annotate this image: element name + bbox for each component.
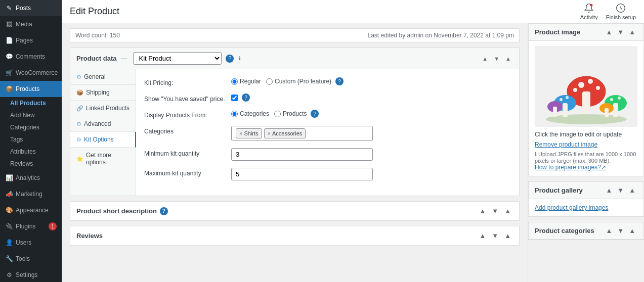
sidebar-item-settings[interactable]: ⚙ Settings xyxy=(0,267,62,282)
sidebar-label-media: Media xyxy=(16,21,32,28)
tag-accessories-remove[interactable]: × xyxy=(268,130,271,136)
sidebar-item-woocommerce[interactable]: 🛒 WooCommerce xyxy=(0,65,62,81)
collapse-toggle-btn[interactable]: ▲ xyxy=(503,55,513,63)
product-type-select[interactable]: Kit Product Simple product Variable prod… xyxy=(133,52,222,65)
tab-get-more[interactable]: ⭐ Get more options xyxy=(70,148,136,170)
tab-general[interactable]: ⚙ General xyxy=(70,69,136,85)
sidebar-sub-all-products[interactable]: All Products xyxy=(0,97,62,109)
categories-row: Categories × Shirts × Accessori xyxy=(144,126,511,141)
how-to-prepare-link[interactable]: How to prepare images?↗ xyxy=(535,164,606,171)
reviews-title: Reviews xyxy=(76,232,103,240)
short-desc-help-icon[interactable]: ? xyxy=(160,207,168,215)
sidebar-item-tools[interactable]: 🔧 Tools xyxy=(0,251,62,267)
products-radio-option[interactable]: Products xyxy=(274,110,307,117)
product-data-help-icon[interactable]: ? xyxy=(226,55,234,63)
tab-kit-options[interactable]: ⚙ Kit Options xyxy=(70,132,136,148)
img-panel-toggle[interactable]: ▲ xyxy=(627,28,637,36)
img-panel-down[interactable]: ▼ xyxy=(615,28,626,36)
short-desc-down[interactable]: ▼ xyxy=(490,207,500,215)
kit-pricing-label: Kit Pricing: xyxy=(144,77,225,86)
sidebar-item-posts[interactable]: ✎ Posts xyxy=(0,0,62,16)
activity-button[interactable]: Activity xyxy=(580,3,598,20)
regular-radio[interactable] xyxy=(231,78,238,85)
short-description-title: Product short description xyxy=(76,207,157,215)
sidebar-label-comments: Comments xyxy=(16,53,45,60)
expand-icon-pd: ℹ xyxy=(239,56,241,61)
product-image-controls: ▲ ▼ ▲ xyxy=(604,28,637,36)
categories-radio[interactable] xyxy=(231,111,238,117)
tab-shipping[interactable]: 📦 Shipping xyxy=(70,85,136,101)
sidebar-item-products[interactable]: 📦 Products xyxy=(0,81,62,97)
categories-up[interactable]: ▲ xyxy=(604,226,614,235)
reviews-up[interactable]: ▲ xyxy=(477,231,488,240)
sidebar-item-media[interactable]: 🖼 Media xyxy=(0,16,62,32)
custom-radio-option[interactable]: Custom (Pro feature) xyxy=(266,78,331,85)
kit-pricing-help-icon[interactable]: ? xyxy=(335,77,344,85)
kit-options-content: Kit Pricing: Regular Custom ( xyxy=(136,69,519,196)
img-panel-up[interactable]: ▲ xyxy=(604,28,614,36)
max-qty-input[interactable] xyxy=(231,168,373,180)
sidebar-sub-categories[interactable]: Categories xyxy=(0,121,62,133)
collapse-down-btn[interactable]: ▼ xyxy=(492,55,501,63)
linked-tab-icon: 🔗 xyxy=(76,105,83,112)
tag-shirts-remove[interactable]: × xyxy=(239,130,242,136)
tab-linked-products[interactable]: 🔗 Linked Products xyxy=(70,101,136,116)
min-qty-input[interactable] xyxy=(231,148,373,161)
short-description-section: Product short description ? ▲ ▼ ▲ xyxy=(70,201,520,221)
product-categories-header: Product categories ▲ ▼ ▲ xyxy=(529,222,643,240)
product-gallery-body: Add product gallery images xyxy=(529,199,643,216)
sidebar-item-marketing[interactable]: 📣 Marketing xyxy=(0,186,62,202)
categories-toggle[interactable]: ▲ xyxy=(627,226,637,235)
display-from-help-icon[interactable]: ? xyxy=(311,110,319,118)
topbar: Edit Product Activity Finish setup xyxy=(62,0,644,23)
svg-rect-25 xyxy=(605,108,609,117)
sidebar-label-tools: Tools xyxy=(16,255,30,262)
product-data-header: Product data — Kit Product Simple produc… xyxy=(70,48,519,69)
gallery-up[interactable]: ▲ xyxy=(604,186,614,195)
product-data-tabs: ⚙ General 📦 Shipping 🔗 Linked Products xyxy=(70,69,136,196)
sidebar-item-comments[interactable]: 💬 Comments xyxy=(0,49,62,65)
gallery-down[interactable]: ▼ xyxy=(615,186,626,195)
short-desc-title-area: Product short description ? xyxy=(76,207,168,215)
kit-pricing-row: Kit Pricing: Regular Custom ( xyxy=(144,77,511,86)
short-desc-up[interactable]: ▲ xyxy=(477,207,488,215)
tab-advanced[interactable]: ⚙ Advanced xyxy=(70,116,136,132)
categories-tag-input[interactable]: × Shirts × Accessories xyxy=(231,126,373,141)
page-title: Edit Product xyxy=(70,6,119,17)
product-image-placeholder[interactable] xyxy=(535,46,637,127)
products-radio[interactable] xyxy=(274,111,281,117)
sidebar-item-plugins[interactable]: 🔌 Plugins 1 xyxy=(0,218,62,234)
sidebar-item-analytics[interactable]: 📊 Analytics xyxy=(0,170,62,186)
finish-setup-button[interactable]: Finish setup xyxy=(606,3,636,20)
product-image-panel: Product image ▲ ▼ ▲ xyxy=(528,23,644,176)
collapse-up-btn[interactable]: ▲ xyxy=(480,55,490,63)
short-desc-toggle[interactable]: ▲ xyxy=(502,207,513,215)
sidebar-sub-add-new[interactable]: Add New xyxy=(0,109,62,121)
finish-setup-label: Finish setup xyxy=(606,14,636,20)
dash-separator: — xyxy=(120,55,127,62)
categories-radio-option[interactable]: Categories xyxy=(231,110,269,117)
upload-note-text: Upload JPEG files that are 1000 x 1000 p… xyxy=(535,151,636,164)
sidebar-item-appearance[interactable]: 🎨 Appearance xyxy=(0,202,62,218)
kit-pricing-value: Regular Custom (Pro feature) ? xyxy=(231,77,511,85)
product-categories-title: Product categories xyxy=(535,227,594,234)
regular-radio-option[interactable]: Regular xyxy=(231,78,261,85)
add-gallery-images-link[interactable]: Add product gallery images xyxy=(535,204,608,211)
sidebar-sub-tags[interactable]: Tags xyxy=(0,133,62,146)
show-saved-checkbox[interactable] xyxy=(231,95,238,101)
sidebar-sub-attributes[interactable]: Attributes xyxy=(0,146,62,158)
gallery-toggle[interactable]: ▲ xyxy=(627,186,637,195)
show-saved-help-icon[interactable]: ? xyxy=(242,93,250,102)
sidebar-label-marketing: Marketing xyxy=(16,191,42,198)
reviews-toggle[interactable]: ▲ xyxy=(502,231,513,240)
sidebar-item-pages[interactable]: 📄 Pages xyxy=(0,32,62,49)
svg-point-16 xyxy=(560,98,563,101)
reviews-down[interactable]: ▼ xyxy=(490,231,500,240)
sidebar-sub-reviews[interactable]: Reviews xyxy=(0,158,62,170)
remove-product-image-link[interactable]: Remove product image xyxy=(535,141,597,148)
sidebar-item-users[interactable]: 👤 Users xyxy=(0,234,62,251)
custom-radio[interactable] xyxy=(266,78,273,85)
kit-pricing-radio-group: Regular Custom (Pro feature) xyxy=(231,78,331,85)
categories-down[interactable]: ▼ xyxy=(615,226,626,235)
products-radio-label: Products xyxy=(283,110,307,117)
